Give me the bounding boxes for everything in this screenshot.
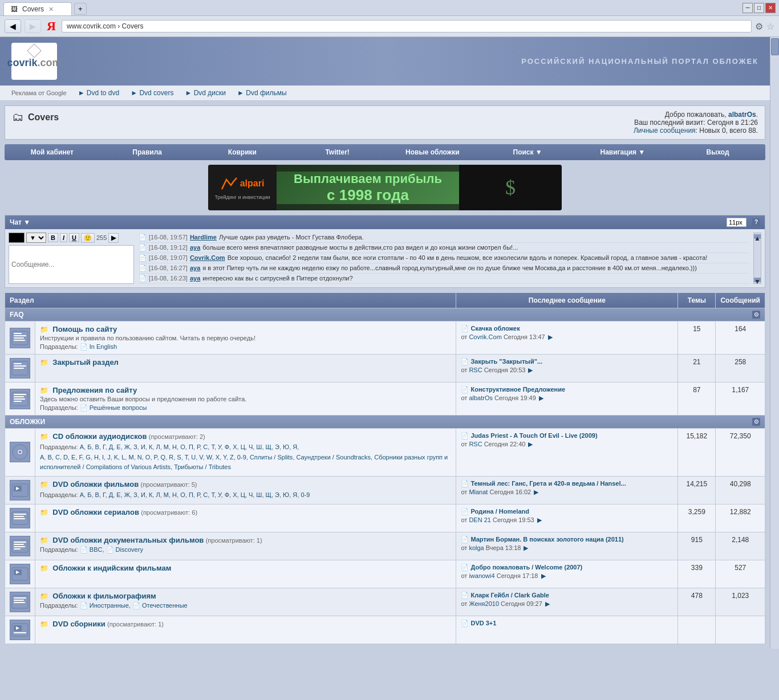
- nav-navigation[interactable]: Навигация ▼: [575, 144, 671, 160]
- forum-link-dvd-collections[interactable]: DVD сборники: [52, 620, 105, 628]
- chat-message-input[interactable]: [9, 245, 134, 284]
- forward-button[interactable]: ▶: [25, 19, 41, 33]
- nav-new-covers[interactable]: Новые обложки: [385, 144, 480, 160]
- forum-link-cd[interactable]: CD обложки аудиодисков: [52, 432, 147, 441]
- ad-link-1[interactable]: ► Dvd to dvd: [78, 89, 120, 97]
- forum-table: Раздел Последнее сообщение Темы Сообщени…: [5, 292, 765, 644]
- chat-title: Чат ▼: [10, 218, 30, 226]
- subforums-dvd-docs: Подразделы: 📄 BBC, 📄 Discovery: [40, 546, 451, 554]
- nav-rules[interactable]: Правила: [100, 144, 195, 160]
- last-post-title-dvd-movies[interactable]: Темный лес: Ганс, Грета и 420-я ведьма /…: [470, 480, 626, 487]
- last-post-user-indian[interactable]: iwanowi4: [469, 572, 494, 579]
- last-post-title-cd[interactable]: Judas Priest - A Touch Of Evil - Live (2…: [470, 432, 597, 439]
- last-post-title-dvd-series[interactable]: Родина / Homeland: [470, 508, 529, 515]
- forum-desc-help: Инструкции и правила по пользованию сайт…: [40, 335, 451, 341]
- col-section-header: Раздел: [5, 293, 456, 308]
- send-button[interactable]: ▶: [108, 233, 119, 243]
- banner-box[interactable]: alpari Трейдинг и инвестиции Выплачиваем…: [208, 165, 562, 210]
- nav-logout[interactable]: Выход: [670, 144, 765, 160]
- svg-rect-11: [14, 396, 24, 397]
- faq-collapse-icon[interactable]: ⊙: [752, 311, 760, 319]
- tab-close-icon[interactable]: ✕: [48, 6, 54, 13]
- forum-link-closed[interactable]: Закрытый раздел: [52, 358, 119, 367]
- last-post-title-dvd-collections[interactable]: DVD 3+1: [470, 620, 496, 626]
- italic-button[interactable]: I: [60, 233, 67, 242]
- chat-user-1[interactable]: Hardlime: [190, 234, 217, 241]
- chat-info-icon[interactable]: ?: [752, 218, 760, 226]
- last-post-title-proposals[interactable]: Конструктивное Предложение: [470, 386, 565, 393]
- font-size-input[interactable]: [727, 218, 746, 227]
- chat-header[interactable]: Чат ▼ ?: [5, 215, 765, 229]
- back-button[interactable]: ◀: [5, 19, 21, 33]
- ad-link-3[interactable]: ► Dvd диски: [185, 89, 226, 97]
- subforum-inenglish[interactable]: In English: [90, 343, 117, 350]
- forum-link-dvd-movies[interactable]: DVD обложки фильмов: [52, 480, 139, 489]
- forum-link-dvd-series[interactable]: DVD обложки сериалов: [52, 508, 139, 516]
- forum-link-dvd-docs[interactable]: DVD обложки документальных фильмов: [52, 536, 204, 544]
- subforums-filmographies: Подразделы: 📄 Иностранные, 📄 Отечественн…: [40, 602, 451, 609]
- subforum-discovery[interactable]: Discovery: [116, 546, 143, 553]
- folder-icon-proposals: 📁: [40, 386, 48, 394]
- nav-twitter[interactable]: Twitter!: [290, 144, 385, 160]
- covers-collapse-icon[interactable]: ⊙: [752, 418, 760, 426]
- settings-icon[interactable]: ⚙: [755, 21, 763, 32]
- messages-link[interactable]: Личные сообщения: [634, 127, 696, 135]
- subforum-resolved[interactable]: Решённые вопросы: [90, 404, 147, 411]
- subforum-bbc[interactable]: BBC: [90, 546, 103, 553]
- svg-rect-6: [14, 363, 22, 364]
- username-link[interactable]: albatrOs: [728, 111, 756, 119]
- forum-icon-filmographies: [10, 592, 30, 612]
- last-post-icon-help: 📄: [461, 325, 469, 332]
- last-post-user-closed[interactable]: RSC: [469, 367, 482, 373]
- chat-user-5[interactable]: aya: [190, 275, 200, 282]
- last-post-title-help[interactable]: Скачка обложек: [470, 325, 520, 332]
- google-ad-link[interactable]: Реклама от Google: [11, 89, 67, 96]
- last-post-title-indian[interactable]: Добро пожаловать / Welcome (2007): [470, 564, 582, 571]
- emoji-button[interactable]: 🙂: [81, 233, 95, 243]
- forum-link-proposals[interactable]: Предложения по сайту: [52, 386, 137, 394]
- new-tab-button[interactable]: +: [74, 3, 87, 15]
- minimize-button[interactable]: ─: [743, 3, 753, 13]
- last-post-user-dvd-movies[interactable]: Mlanat: [469, 489, 488, 495]
- subforum-domestic[interactable]: Отечественные: [142, 602, 188, 609]
- nav-mycabinet[interactable]: Мой кабинет: [5, 144, 100, 160]
- browser-tab[interactable]: 🖼 Covers ✕: [3, 2, 72, 15]
- ad-link-4[interactable]: ► Dvd фильмы: [237, 89, 287, 97]
- last-post-user-dvd-series[interactable]: DEN 21: [469, 516, 491, 523]
- forum-row-help: 📁 Помощь по сайту Инструкции и правила п…: [5, 321, 765, 355]
- forum-link-indian[interactable]: Обложки к индийским фильмам: [52, 564, 171, 572]
- chat-user-3[interactable]: Covrik.Com: [190, 254, 225, 262]
- address-bar[interactable]: [62, 20, 752, 32]
- forum-link-help[interactable]: Помощь по сайту: [52, 325, 117, 333]
- forum-link-filmographies[interactable]: Обложки к фильмографиям: [52, 592, 156, 600]
- ad-link-2[interactable]: ► Dvd covers: [131, 89, 173, 97]
- chat-scrollbar[interactable]: ▲ ▼: [753, 233, 761, 284]
- last-post-user-cd[interactable]: RSC: [469, 441, 482, 447]
- subforum-icon-help: 📄: [80, 343, 88, 350]
- posts-cd: 72,350: [716, 429, 765, 477]
- last-post-title-filmographies[interactable]: Кларк Гейбл / Clark Gable: [470, 592, 549, 599]
- last-post-user-filmographies[interactable]: Женя2010: [469, 600, 499, 607]
- color-select[interactable]: ▼: [26, 233, 46, 243]
- banner-area: alpari Трейдинг и инвестиции Выплачиваем…: [5, 165, 765, 210]
- chat-user-4[interactable]: aya: [190, 264, 200, 272]
- last-post-user-proposals[interactable]: albatrOs: [469, 394, 493, 401]
- nav-kovriki[interactable]: Коврики: [195, 144, 290, 160]
- chat-user-2[interactable]: aya: [190, 244, 200, 251]
- underline-button[interactable]: U: [69, 233, 79, 242]
- close-button[interactable]: ✕: [765, 3, 776, 13]
- bold-button[interactable]: B: [48, 233, 58, 242]
- last-post-title-closed[interactable]: Закрыть "Закрытый"...: [470, 358, 542, 365]
- letter-a[interactable]: А: [80, 443, 84, 450]
- posts-closed: 258: [716, 355, 765, 382]
- maximize-button[interactable]: □: [754, 3, 764, 13]
- star-icon[interactable]: ☆: [766, 21, 774, 32]
- last-post-title-dvd-docs[interactable]: Мартин Борман. В поисках золотого нациa …: [470, 536, 623, 543]
- folder-icon-dvd-series: 📁: [40, 508, 48, 516]
- subforum-foreign[interactable]: Иностранные: [90, 602, 129, 609]
- scrollbar[interactable]: [770, 37, 779, 649]
- last-post-user-help[interactable]: Covrik.Com: [469, 333, 501, 340]
- color-picker[interactable]: [9, 233, 25, 243]
- nav-search[interactable]: Поиск ▼: [480, 144, 575, 160]
- last-post-user-dvd-docs[interactable]: kolga: [469, 544, 484, 551]
